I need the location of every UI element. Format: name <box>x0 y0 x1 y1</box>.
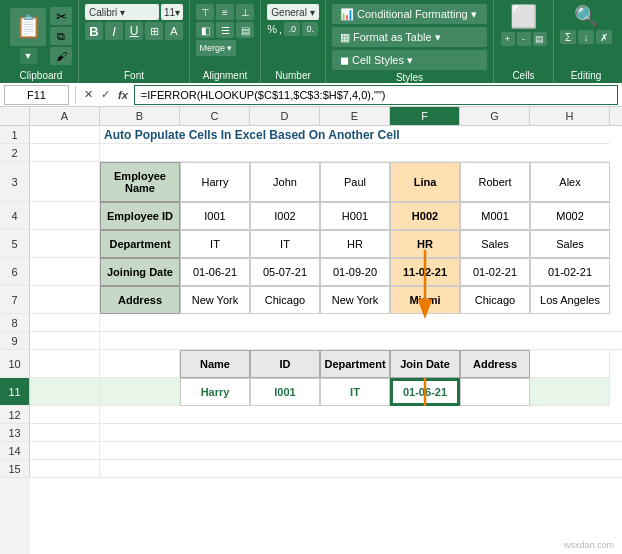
cell-g6[interactable]: 01-02-21 <box>460 258 530 286</box>
increase-decimal[interactable]: .0 <box>284 22 300 36</box>
cell-d4[interactable]: I002 <box>250 202 320 230</box>
cell-e6[interactable]: 01-09-20 <box>320 258 390 286</box>
cell-a13[interactable] <box>30 424 100 442</box>
cell-d5[interactable]: IT <box>250 230 320 258</box>
copy-button[interactable]: ⧉ <box>50 27 72 45</box>
cell-b2-rest[interactable] <box>100 144 610 162</box>
col-header-h[interactable]: H <box>530 107 610 125</box>
col-header-c[interactable]: C <box>180 107 250 125</box>
col-header-e[interactable]: E <box>320 107 390 125</box>
underline-button[interactable]: U <box>125 22 143 40</box>
clear-button[interactable]: ✗ <box>596 30 612 44</box>
cell-g5[interactable]: Sales <box>460 230 530 258</box>
cell-a7[interactable] <box>30 286 100 314</box>
cut-button[interactable]: ✂ <box>50 7 72 25</box>
cell-h5[interactable]: Sales <box>530 230 610 258</box>
cell-b11[interactable] <box>100 378 180 406</box>
cell-a10[interactable] <box>30 350 100 378</box>
cell-f7[interactable]: Miami <box>390 286 460 314</box>
cell-b5[interactable]: Department <box>100 230 180 258</box>
cell-a2[interactable] <box>30 144 100 162</box>
row-num-9[interactable]: 9 <box>0 332 30 350</box>
cell-d3[interactable]: John <box>250 162 320 202</box>
row-num-4[interactable]: 4 <box>0 202 30 230</box>
cell-rest-14[interactable] <box>100 442 622 460</box>
delete-button[interactable]: - <box>517 32 531 46</box>
cell-a15[interactable] <box>30 460 100 478</box>
cell-f4[interactable]: H002 <box>390 202 460 230</box>
align-left-button[interactable]: ◧ <box>196 22 214 38</box>
cell-g10[interactable]: Address <box>460 350 530 378</box>
row-num-2[interactable]: 2 <box>0 144 30 162</box>
cell-a6[interactable] <box>30 258 100 286</box>
row-num-3[interactable]: 3 <box>0 162 30 202</box>
format-button[interactable]: ▤ <box>533 32 547 46</box>
cell-g11[interactable] <box>460 378 530 406</box>
cell-d6[interactable]: 05-07-21 <box>250 258 320 286</box>
cell-c3[interactable]: Harry <box>180 162 250 202</box>
cell-d10[interactable]: ID <box>250 350 320 378</box>
insert-button[interactable]: + <box>501 32 515 46</box>
name-box[interactable] <box>4 85 69 105</box>
cell-d7[interactable]: Chicago <box>250 286 320 314</box>
cell-a12[interactable] <box>30 406 100 424</box>
italic-button[interactable]: I <box>105 22 123 40</box>
cell-f10[interactable]: Join Date <box>390 350 460 378</box>
fill-button[interactable]: ↓ <box>578 30 594 44</box>
formula-input[interactable] <box>134 85 618 105</box>
cell-f5[interactable]: HR <box>390 230 460 258</box>
align-top-button[interactable]: ⊤ <box>196 4 214 20</box>
insert-function-icon[interactable]: fx <box>116 89 130 101</box>
cell-h11[interactable] <box>530 378 610 406</box>
row-num-10[interactable]: 10 <box>0 350 30 378</box>
col-header-f[interactable]: F <box>390 107 460 125</box>
cell-b7[interactable]: Address <box>100 286 180 314</box>
cell-a9[interactable] <box>30 332 100 350</box>
cancel-icon[interactable]: ✕ <box>82 88 95 101</box>
cell-c10[interactable]: Name <box>180 350 250 378</box>
cell-c4[interactable]: I001 <box>180 202 250 230</box>
cell-f11-active[interactable]: 01-06-21 <box>390 378 460 406</box>
col-header-a[interactable]: A <box>30 107 100 125</box>
border-button[interactable]: ⊞ <box>145 22 163 40</box>
font-family-select[interactable]: Calibri ▾ <box>85 4 159 20</box>
bold-button[interactable]: B <box>85 22 103 40</box>
paste-dropdown[interactable]: ▼ <box>20 48 37 64</box>
cell-b3[interactable]: Employee Name <box>100 162 180 202</box>
cell-c11[interactable]: Harry <box>180 378 250 406</box>
align-center-button[interactable]: ☰ <box>216 22 234 38</box>
cell-g7[interactable]: Chicago <box>460 286 530 314</box>
cell-rest-15[interactable] <box>100 460 622 478</box>
align-bottom-button[interactable]: ⊥ <box>236 4 254 20</box>
cell-a5[interactable] <box>30 230 100 258</box>
cell-h3[interactable]: Alex <box>530 162 610 202</box>
row-num-5[interactable]: 5 <box>0 230 30 258</box>
cell-e4[interactable]: H001 <box>320 202 390 230</box>
row-num-14[interactable]: 14 <box>0 442 30 460</box>
cell-h10[interactable] <box>530 350 610 378</box>
cell-b6[interactable]: Joining Date <box>100 258 180 286</box>
cell-e3[interactable]: Paul <box>320 162 390 202</box>
col-header-g[interactable]: G <box>460 107 530 125</box>
cell-d11[interactable]: I001 <box>250 378 320 406</box>
row-num-8[interactable]: 8 <box>0 314 30 332</box>
align-middle-button[interactable]: ≡ <box>216 4 234 20</box>
cell-rest-8[interactable] <box>100 314 622 332</box>
cell-f3[interactable]: Lina <box>390 162 460 202</box>
cell-g4[interactable]: M001 <box>460 202 530 230</box>
format-as-table-button[interactable]: ▦ Format as Table ▾ <box>332 27 487 47</box>
cell-b4[interactable]: Employee ID <box>100 202 180 230</box>
col-header-d[interactable]: D <box>250 107 320 125</box>
cell-rest-9[interactable] <box>100 332 622 350</box>
row-num-1[interactable]: 1 <box>0 126 30 144</box>
number-format-select[interactable]: General ▾ <box>267 4 318 20</box>
align-right-button[interactable]: ▤ <box>236 22 254 38</box>
cell-c7[interactable]: New York <box>180 286 250 314</box>
row-num-15[interactable]: 15 <box>0 460 30 478</box>
cell-a14[interactable] <box>30 442 100 460</box>
row-num-7[interactable]: 7 <box>0 286 30 314</box>
cell-c6[interactable]: 01-06-21 <box>180 258 250 286</box>
confirm-icon[interactable]: ✓ <box>99 88 112 101</box>
cell-e7[interactable]: New York <box>320 286 390 314</box>
cell-a3[interactable] <box>30 162 100 202</box>
